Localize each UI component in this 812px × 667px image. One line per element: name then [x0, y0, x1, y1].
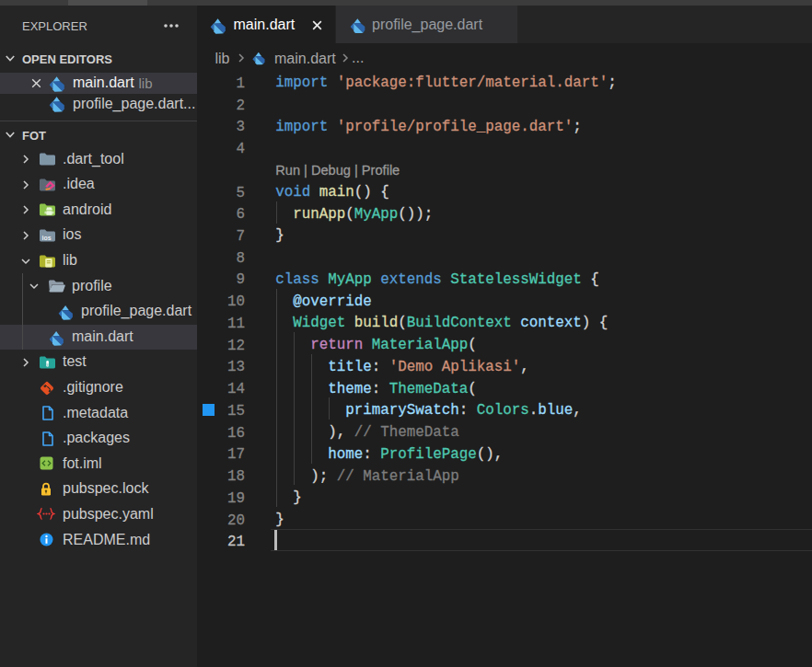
svg-text:ios: ios — [42, 234, 52, 240]
